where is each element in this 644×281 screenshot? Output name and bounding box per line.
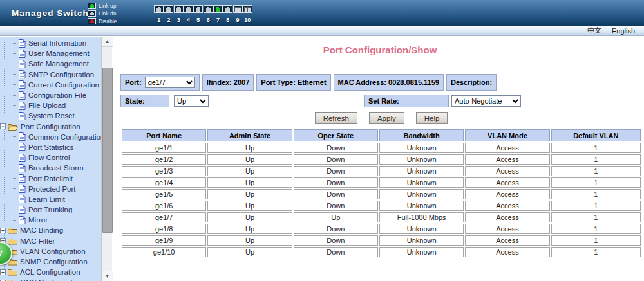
doc-icon: [18, 185, 26, 193]
rj45-port-icon: [204, 5, 213, 13]
port-indicator-6[interactable]: 6: [203, 4, 213, 23]
table-cell: 1: [551, 189, 641, 199]
port-indicator-9[interactable]: 9: [232, 4, 242, 23]
sidebar-item-mac-binding[interactable]: +MAC Binding: [0, 225, 101, 235]
sidebar-item-file-upload[interactable]: File Upload: [0, 100, 101, 111]
sidebar-item-vlan-configuration[interactable]: +VLAN Configuration: [0, 246, 101, 257]
sidebar-item-snmp-configuration[interactable]: +SNMP Configuration: [0, 257, 101, 267]
sidebar-item-qos-configuration[interactable]: +QOS Configuration: [0, 277, 101, 281]
port-indicator-2[interactable]: 2: [164, 4, 173, 23]
set-rate-select[interactable]: Auto-Negotiate: [451, 95, 521, 107]
port-status-legend: Link upLink dnDisable: [88, 2, 117, 25]
set-rate-label-cell: Set Rate:: [364, 95, 449, 107]
table-cell: Up: [294, 212, 378, 222]
table-cell: Access: [465, 201, 549, 211]
collapse-toggle-icon[interactable]: -: [0, 123, 6, 129]
port-indicator-10[interactable]: 10: [243, 4, 252, 23]
set-rate-label: Set Rate:: [368, 97, 399, 105]
port-select[interactable]: ge1/7: [145, 77, 195, 88]
doc-icon: [18, 195, 26, 203]
sidebar-item-port-trunking[interactable]: Port Trunking: [0, 204, 101, 215]
language-bar: 中文 English: [0, 26, 644, 36]
table-cell: Up: [207, 212, 292, 222]
sidebar-item-port-ratelimit[interactable]: Port Ratelimit: [0, 173, 101, 183]
apply-button[interactable]: Apply: [369, 112, 404, 124]
table-cell: Unknown: [379, 154, 464, 165]
expand-toggle-icon[interactable]: +: [0, 228, 6, 233]
doc-icon: [18, 206, 26, 214]
lang-english-link[interactable]: English: [612, 27, 635, 35]
sidebar-item-flow-control[interactable]: Flow Control: [0, 152, 101, 163]
legend-jack-icon: [88, 10, 96, 17]
scroll-down-arrow-icon[interactable]: ▼: [102, 271, 113, 281]
table-cell: Up: [207, 177, 292, 188]
tree-connector: [13, 84, 17, 85]
table-row-ge1-1: ge1/1UpDownUnknownAccess1: [122, 143, 641, 153]
sidebar-scrollbar[interactable]: ▲ ▼: [101, 37, 112, 281]
table-cell: ge1/4: [122, 177, 206, 188]
table-cell: Unknown: [379, 189, 464, 199]
column-header-bandwidth: Bandwidth: [379, 129, 464, 141]
page-title: Port Configuration/Show: [116, 44, 644, 55]
port-number: 4: [184, 17, 193, 23]
sidebar-item-broadcast-storm[interactable]: Broadcast Storm: [0, 163, 101, 173]
tree-connector: [13, 64, 17, 64]
port-select-cell: Port: ge1/7: [120, 74, 200, 91]
app-title: Managed Switch: [12, 8, 89, 18]
scrollbar-thumb[interactable]: [102, 68, 113, 233]
sidebar-item-label: File Upload: [28, 102, 66, 109]
sidebar-item-mac-filter[interactable]: +MAC Filter: [0, 236, 101, 246]
rj45-port-icon: [184, 5, 193, 13]
sidebar-item-label: SNTP Configuration: [28, 71, 94, 78]
sidebar-item-port-statistics[interactable]: Port Statistics: [0, 142, 101, 152]
port-number: 5: [193, 17, 203, 23]
legend-item-link-dn: Link dn: [88, 10, 117, 17]
sidebar-item-learn-limit[interactable]: Learn Limit: [0, 194, 101, 204]
port-indicator-5[interactable]: 5: [193, 4, 203, 23]
table-cell: 1: [551, 212, 641, 222]
table-cell: 1: [551, 201, 641, 211]
folder-icon: [8, 237, 17, 245]
sidebar-item-label: QOS Configuration: [20, 278, 82, 281]
sidebar-item-serial-information[interactable]: Serial Information: [0, 38, 101, 48]
help-button[interactable]: Help: [416, 112, 448, 124]
sidebar-item-label: Port Configuration: [21, 123, 80, 131]
port-label: Port:: [125, 78, 142, 86]
sidebar-item-port-configuration[interactable]: -Port Configuration: [0, 122, 101, 132]
table-cell: ge1/1: [122, 143, 206, 153]
sfp-port-icon: [233, 5, 243, 13]
refresh-button[interactable]: Refresh: [315, 112, 357, 124]
sidebar-item-label: Port Statistics: [28, 143, 73, 151]
table-cell: Access: [465, 224, 549, 234]
port-number: 7: [213, 17, 223, 23]
port-indicator-1[interactable]: 1: [154, 4, 164, 23]
sidebar-item-acl-configuration[interactable]: +ACL Configuration: [0, 267, 101, 277]
table-cell: Access: [465, 143, 549, 153]
port-indicator-7[interactable]: 7: [213, 4, 223, 23]
scroll-up-arrow-icon[interactable]: ▲: [102, 37, 113, 47]
sidebar-item-configuration-file[interactable]: Configuration File: [0, 90, 101, 100]
port-number: 9: [232, 17, 242, 23]
port-indicator-3[interactable]: 3: [174, 4, 184, 23]
sidebar-item-sntp-configuration[interactable]: SNTP Configuration: [0, 69, 101, 80]
table-cell: Up: [207, 247, 292, 257]
lang-chinese-link[interactable]: 中文: [587, 26, 601, 35]
column-header-admin-state: Admin State: [207, 129, 292, 141]
sidebar-item-safe-management[interactable]: Safe Management: [0, 59, 101, 69]
port-indicator-4[interactable]: 4: [184, 4, 193, 23]
table-cell: 1: [551, 166, 641, 176]
state-select[interactable]: Up: [174, 95, 209, 107]
info-field-description: Description:: [446, 74, 497, 91]
sidebar-item-user-management[interactable]: User Management: [0, 48, 101, 59]
sidebar-item-current-configuration[interactable]: Current Configuration: [0, 80, 101, 90]
sidebar-item-common-configuration[interactable]: Common Configuration: [0, 132, 101, 142]
tree-connector: [13, 188, 17, 189]
port-indicator-8[interactable]: 8: [223, 4, 232, 23]
expand-toggle-icon[interactable]: +: [0, 269, 6, 275]
folder-icon: [8, 226, 17, 234]
sidebar-item-protected-port[interactable]: Protected Port: [0, 184, 101, 194]
sidebar-item-system-reset[interactable]: System Reset: [0, 111, 101, 121]
sidebar-item-mirror[interactable]: Mirror: [0, 215, 101, 225]
table-cell: Down: [294, 166, 378, 176]
port-number: 10: [243, 17, 252, 23]
